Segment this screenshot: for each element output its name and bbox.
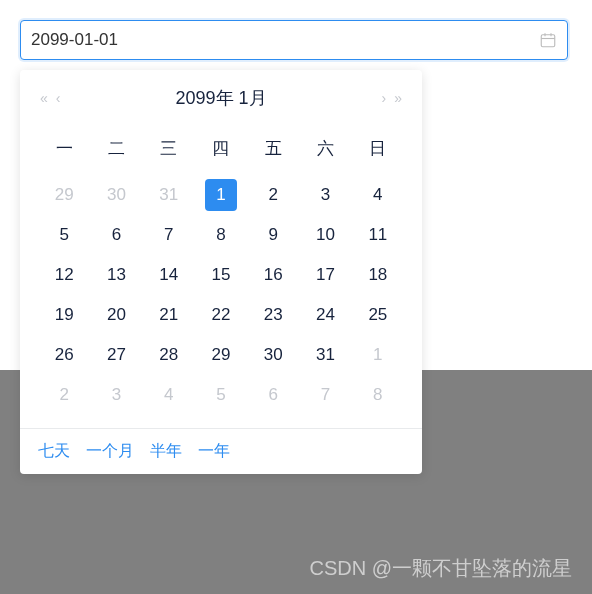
day-cell[interactable]: 7 (299, 376, 351, 414)
shortcut-half-year[interactable]: 半年 (150, 441, 182, 462)
date-picker-panel: « ‹ 2099年 1月 › » 一二三四五六日 293031123456789… (20, 70, 422, 474)
day-cell[interactable]: 30 (90, 176, 142, 214)
day-cell[interactable]: 20 (90, 296, 142, 334)
day-cell[interactable]: 17 (299, 256, 351, 294)
day-cell[interactable]: 12 (38, 256, 90, 294)
day-cell[interactable]: 19 (38, 296, 90, 334)
day-cell[interactable]: 6 (247, 376, 299, 414)
next-year-icon[interactable]: » (394, 90, 402, 106)
day-cell[interactable]: 31 (299, 336, 351, 374)
svg-rect-0 (541, 35, 555, 47)
day-cell[interactable]: 23 (247, 296, 299, 334)
day-cell[interactable]: 2 (38, 376, 90, 414)
day-cell[interactable]: 30 (247, 336, 299, 374)
day-cell[interactable]: 5 (38, 216, 90, 254)
day-cell[interactable]: 7 (143, 216, 195, 254)
day-cell[interactable]: 16 (247, 256, 299, 294)
weekday-label: 五 (247, 129, 299, 168)
day-cell[interactable]: 1 (352, 336, 404, 374)
day-cell[interactable]: 31 (143, 176, 195, 214)
day-cell[interactable]: 1 (195, 176, 247, 214)
day-cell[interactable]: 4 (143, 376, 195, 414)
day-cell[interactable]: 22 (195, 296, 247, 334)
day-cell[interactable]: 8 (352, 376, 404, 414)
day-cell[interactable]: 3 (90, 376, 142, 414)
weekday-label: 三 (143, 129, 195, 168)
day-cell[interactable]: 2 (247, 176, 299, 214)
day-cell[interactable]: 10 (299, 216, 351, 254)
day-cell[interactable]: 13 (90, 256, 142, 294)
day-cell[interactable]: 25 (352, 296, 404, 334)
day-cell[interactable]: 29 (195, 336, 247, 374)
day-cell[interactable]: 5 (195, 376, 247, 414)
day-cell[interactable]: 14 (143, 256, 195, 294)
weekday-label: 日 (352, 129, 404, 168)
weekday-label: 六 (299, 129, 351, 168)
month-year-title[interactable]: 2099年 1月 (60, 86, 381, 110)
calendar-icon (539, 31, 557, 49)
date-input-wrapper[interactable] (20, 20, 568, 60)
day-cell[interactable]: 29 (38, 176, 90, 214)
day-cell[interactable]: 18 (352, 256, 404, 294)
day-cell[interactable]: 4 (352, 176, 404, 214)
day-cell[interactable]: 3 (299, 176, 351, 214)
day-cell[interactable]: 26 (38, 336, 90, 374)
day-cell[interactable]: 27 (90, 336, 142, 374)
next-month-icon[interactable]: › (382, 90, 387, 106)
day-cell[interactable]: 15 (195, 256, 247, 294)
weekday-label: 四 (195, 129, 247, 168)
day-cell[interactable]: 9 (247, 216, 299, 254)
day-cell[interactable]: 6 (90, 216, 142, 254)
day-cell[interactable]: 8 (195, 216, 247, 254)
weekday-header: 一二三四五六日 (38, 129, 404, 168)
panel-header: « ‹ 2099年 1月 › » (20, 70, 422, 124)
shortcut-one-year[interactable]: 一年 (198, 441, 230, 462)
days-grid: 2930311234567891011121314151617181920212… (38, 176, 404, 414)
day-cell[interactable]: 21 (143, 296, 195, 334)
day-cell[interactable]: 28 (143, 336, 195, 374)
day-cell[interactable]: 11 (352, 216, 404, 254)
shortcut-one-month[interactable]: 一个月 (86, 441, 134, 462)
day-cell[interactable]: 24 (299, 296, 351, 334)
panel-footer: 七天 一个月 半年 一年 (20, 428, 422, 474)
weekday-label: 一 (38, 129, 90, 168)
prev-year-icon[interactable]: « (40, 90, 48, 106)
date-input[interactable] (31, 30, 539, 50)
weekday-label: 二 (90, 129, 142, 168)
shortcut-seven-days[interactable]: 七天 (38, 441, 70, 462)
